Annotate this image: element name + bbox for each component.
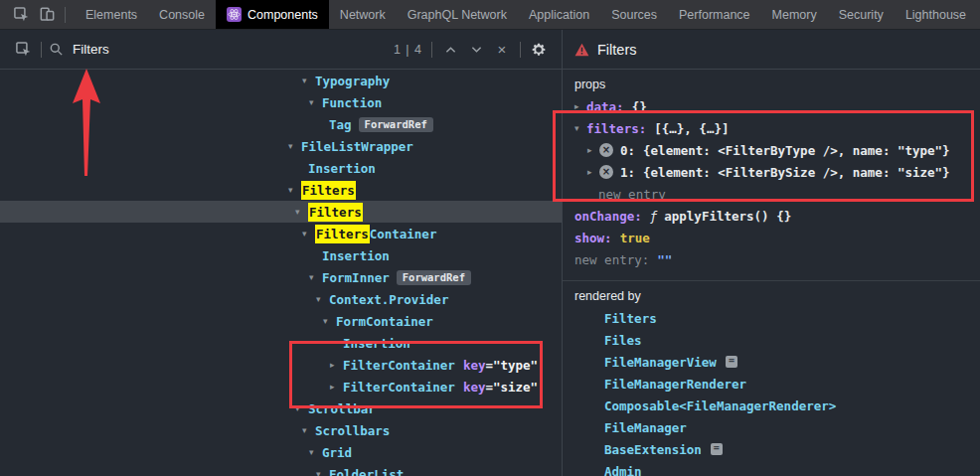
tree-row[interactable]: ▾FiltersContainer [0, 223, 562, 244]
prop-row[interactable]: ▸data:{} [574, 95, 968, 117]
component-name: Insertion [322, 248, 390, 263]
rendered-by-item[interactable]: Files [574, 329, 968, 351]
tree-toolbar: 1 | 4 × [0, 30, 562, 70]
clear-search-icon[interactable]: × [489, 37, 515, 63]
tree-row[interactable]: ▾Filters [0, 201, 562, 223]
expand-arrow-icon[interactable]: ▾ [316, 294, 329, 304]
expand-arrow-icon[interactable]: ▾ [302, 76, 315, 85]
tab-network[interactable]: Network [329, 0, 397, 29]
expand-arrow-icon[interactable]: ▾ [309, 447, 322, 457]
owner-component-name: Filters [604, 311, 657, 326]
tree-row[interactable]: Insertion [0, 157, 562, 179]
tab-elements[interactable]: Elements [75, 0, 148, 29]
prop-value: {element: <FilterBySize />, name: "size"… [643, 165, 950, 180]
rendered-by-item[interactable]: FileManagerRenderer [574, 373, 968, 395]
expand-arrow-icon[interactable]: ▾ [309, 272, 322, 282]
memo-equal-badge: = [711, 443, 723, 455]
rendered-by-item[interactable]: FileManager [574, 416, 968, 438]
previous-result-icon[interactable] [437, 37, 463, 63]
tab-application[interactable]: Application [518, 0, 600, 29]
tab-label: Sources [611, 8, 657, 22]
expand-arrow-icon[interactable]: ▾ [309, 97, 322, 107]
key-attribute-name: key [463, 358, 486, 373]
tab-lighthouse[interactable]: Lighthouse [895, 0, 977, 29]
expand-arrow-icon[interactable]: ▾ [302, 425, 315, 435]
remove-entry-icon[interactable]: × [599, 143, 613, 157]
tab-components[interactable]: Components [216, 0, 329, 29]
props-section: props ▸data:{}▾filters:[{…}, {…}]▸×0:{el… [563, 70, 980, 280]
inspect-element-icon[interactable] [8, 2, 34, 28]
tree-row[interactable]: ▾Context.Provider [0, 288, 562, 310]
tree-row[interactable]: ▾Typography [0, 70, 562, 91]
tree-row[interactable]: ▾Filters [0, 179, 562, 201]
expand-arrow-icon[interactable]: ▾ [323, 316, 336, 326]
expand-arrow-icon[interactable]: ▾ [295, 403, 308, 413]
tree-row[interactable]: ▾FileListWrapper [0, 135, 562, 157]
device-toolbar-icon[interactable] [34, 2, 60, 28]
tree-row[interactable]: ▾Function [0, 91, 562, 113]
settings-gear-icon[interactable] [526, 37, 552, 63]
prop-row[interactable]: ▸×0:{element: <FilterByType />, name: "t… [574, 139, 968, 161]
rendered-by-item[interactable]: Admin [574, 460, 968, 476]
expand-arrow-icon[interactable]: ▾ [288, 141, 301, 151]
component-name: FolderList [329, 467, 404, 476]
tab-console[interactable]: Console [148, 0, 216, 29]
next-result-icon[interactable] [463, 37, 489, 63]
prop-row[interactable]: new entry [574, 183, 968, 205]
forwardref-badge: ForwardRef [397, 270, 471, 285]
prop-row[interactable]: show:true [574, 227, 968, 248]
tree-row[interactable]: TagForwardRef [0, 113, 562, 135]
prop-key: 1: [620, 165, 635, 180]
expand-arrow-icon[interactable]: ▸ [574, 101, 586, 111]
toolbar-divider [41, 42, 42, 58]
key-attribute-value: ="type" [485, 358, 538, 373]
prop-row[interactable]: ▸×1:{element: <FilterBySize />, name: "s… [574, 161, 968, 183]
tree-row[interactable]: ▸FilterContainerkey="type" [0, 354, 562, 376]
function-symbol: ƒ [650, 209, 658, 224]
expand-arrow-icon[interactable]: ▾ [302, 229, 315, 238]
tree-row[interactable]: ▾FolderList [0, 463, 562, 476]
prop-row[interactable]: ▾filters:[{…}, {…}] [574, 117, 968, 139]
tab-label: Application [529, 8, 589, 22]
tab-memory[interactable]: Memory [761, 0, 828, 29]
props-list: ▸data:{}▾filters:[{…}, {…}]▸×0:{element:… [574, 95, 968, 270]
prop-value: [{…}, {…}] [654, 121, 729, 136]
expand-arrow-icon[interactable]: ▸ [587, 167, 599, 177]
tree-row[interactable]: ▸FilterContainerkey="size" [0, 376, 562, 397]
tree-row[interactable]: Insertion [0, 244, 562, 266]
prop-key: new entry: [574, 252, 649, 267]
tab-label: GraphQL Network [408, 8, 507, 22]
expand-arrow-icon[interactable]: ▾ [295, 207, 308, 217]
toolbar-divider [65, 7, 66, 23]
remove-entry-icon[interactable]: × [599, 165, 613, 179]
expand-arrow-icon[interactable]: ▸ [330, 382, 343, 392]
tree-row[interactable]: Insertion [0, 332, 562, 354]
rendered-by-item[interactable]: FileManagerView= [574, 351, 968, 373]
rendered-by-item[interactable]: Composable<FileManagerRenderer> [574, 395, 968, 416]
component-tree: ▾Typography▾FunctionTagForwardRef▾FileLi… [0, 70, 562, 476]
expand-arrow-icon[interactable]: ▸ [587, 145, 599, 155]
tab-label: Elements [85, 8, 137, 22]
tab-graphql-network[interactable]: GraphQL Network [397, 0, 518, 29]
expand-arrow-icon[interactable]: ▾ [316, 469, 329, 476]
tree-row[interactable]: ▾Grid [0, 441, 562, 463]
expand-arrow-icon[interactable]: ▾ [288, 185, 301, 195]
component-name: Function [322, 95, 382, 110]
prop-row[interactable]: onChange:ƒapplyFilters() {} [574, 205, 968, 227]
tab-sources[interactable]: Sources [600, 0, 668, 29]
expand-arrow-icon[interactable]: ▸ [330, 360, 343, 370]
component-name: FormContainer [336, 314, 433, 329]
pick-component-icon[interactable] [10, 37, 36, 63]
expand-arrow-icon[interactable]: ▾ [574, 123, 586, 133]
search-input[interactable] [73, 42, 311, 57]
rendered-by-item[interactable]: BaseExtension= [574, 438, 968, 460]
rendered-by-list: FiltersFilesFileManagerView=FileManagerR… [574, 307, 968, 476]
tab-performance[interactable]: Performance [668, 0, 761, 29]
rendered-by-item[interactable]: Filters [574, 307, 968, 329]
tree-row[interactable]: ▾FormContainer [0, 310, 562, 332]
prop-row[interactable]: new entry:"" [574, 248, 968, 270]
tab-security[interactable]: Security [828, 0, 895, 29]
tree-row[interactable]: ▾Scrollbars [0, 419, 562, 441]
tree-row[interactable]: ▾Scrollbar [0, 397, 562, 419]
tree-row[interactable]: ▾FormInnerForwardRef [0, 266, 562, 288]
